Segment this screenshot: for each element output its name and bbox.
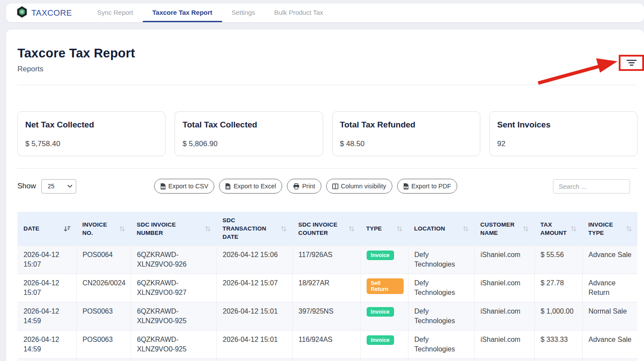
sort-icon[interactable] [119,226,125,232]
button-label: Print [302,183,315,190]
svg-text:csv: csv [162,187,165,188]
annotation-highlight-box [619,55,644,71]
nav-tabs: Sync ReportTaxcore Tax ReportSettingsBul… [88,3,333,22]
cell-date: 2026-04-12 15:07 [17,246,76,274]
button-label: Export to CSV [169,183,209,190]
column-label: INVOICE TYPE [588,221,623,237]
print-button[interactable]: Print [287,179,321,194]
divider [17,168,637,169]
table-row-partial [17,359,637,361]
cell-invoice-type: Normal Sale [582,302,637,331]
column-visibility-button[interactable]: Column visibility [326,179,392,194]
summary-card-sent-invoices: Sent Invoices92 [489,111,637,156]
cell-invoice-type: Advance Sale [582,246,637,274]
column-header-date[interactable]: DATE [17,212,76,246]
brand-logo[interactable]: TAXCORE [17,3,72,22]
button-label: Export to PDF [411,183,451,190]
column-header-location[interactable]: LOCATION [408,212,474,246]
cell-empty [582,359,637,361]
cell-tax-amount: $ 1,000.00 [534,302,582,331]
sort-desc-icon[interactable] [64,226,71,232]
cell-location: Defy Technologies [408,302,474,331]
cell-empty [474,359,534,361]
cell-type: Invoice [360,331,408,359]
column-header-tax-amount[interactable]: TAX AMOUNT [534,212,582,246]
tab-settings[interactable]: Settings [222,3,265,22]
column-header-sdc-invoice-number[interactable]: SDC INVOICE NUMBER [131,212,216,246]
export-to-excel-button[interactable]: xExport to Excel [219,179,282,194]
cell-type: Sell Return [360,274,408,302]
column-label: SDC INVOICE NUMBER [137,221,202,237]
show-label: Show [17,182,36,191]
cell-empty [534,359,582,361]
cell-sdc-invoice-counter: 117/926AS [292,246,360,274]
column-header-invoice-type[interactable]: INVOICE TYPE [582,212,637,246]
column-header-sdc-invoice-counter[interactable]: SDC INVOICE COUNTER [292,212,360,246]
card-value: $ 5,758.40 [25,140,158,148]
file-pdf-icon: pdf [403,183,409,190]
column-label: TYPE [366,224,382,233]
page-size-select[interactable]: 25 [41,179,76,194]
cell-customer-name: iShaniel.com [474,331,534,359]
sort-icon[interactable] [205,226,211,232]
tax-report-table: DATEINVOICE NO.SDC INVOICE NUMBERSDC TRA… [17,212,637,361]
column-header-sdc-transaction-date[interactable]: SDC TRANSACTION DATE [216,212,292,246]
filter-lines-icon [626,61,637,68]
cell-sdc-invoice-counter: 18/927AR [292,274,360,302]
tab-sync-report[interactable]: Sync Report [88,3,143,22]
cell-location: Defy Technologies [408,274,474,302]
cell-empty [408,359,474,361]
card-value: $ 5,806.90 [182,140,315,148]
cell-customer-name: iShaniel.com [474,274,534,302]
cell-customer-name: iShaniel.com [474,302,534,331]
divider [17,85,637,85]
svg-text:pdf: pdf [405,187,408,188]
cell-empty [76,359,131,361]
cell-invoice-no: CN2026/0024 [76,274,131,302]
cell-customer-name: iShaniel.com [474,246,534,274]
search-input[interactable] [553,179,630,194]
column-header-customer-name[interactable]: CUSTOMER NAME [474,212,534,246]
column-header-invoice-no[interactable]: INVOICE NO. [76,212,131,246]
file-excel-icon: x [225,183,231,190]
type-badge: Sell Return [367,278,404,294]
card-title: Total Tax Collected [182,120,315,130]
cell-tax-amount: $ 55.56 [534,246,582,274]
cell-sdc-invoice-counter: 397/925NS [292,302,360,331]
type-badge: Invoice [367,335,394,345]
cell-date: 2026-04-12 15:07 [17,274,76,302]
brand-name: TAXCORE [31,8,72,18]
button-label: Column visibility [341,183,386,190]
cell-empty [17,359,76,361]
export-to-pdf-button[interactable]: pdfExport to PDF [397,179,457,194]
top-navbar: TAXCORE Sync ReportTaxcore Tax ReportSet… [6,3,644,22]
summary-cards: Net Tax Collected$ 5,758.40Total Tax Col… [17,111,637,156]
sort-icon[interactable] [280,226,287,232]
cell-empty [131,359,216,361]
sort-icon[interactable] [626,226,632,232]
card-value: $ 48.50 [340,140,472,148]
sort-icon[interactable] [523,226,529,232]
filter-button[interactable] [624,58,639,67]
cell-invoice-no: POS0063 [76,302,131,331]
main-content-card: Taxcore Tax Report Reports Net Tax Colle… [6,30,644,361]
sort-icon[interactable] [396,226,403,232]
page-subtitle: Reports [17,65,637,74]
export-to-csv-button[interactable]: csvExport to CSV [154,179,215,194]
cell-sdc-invoice-number: 6QZKRAWD-XLNZ9VO0-927 [131,274,216,302]
cell-empty [292,359,360,361]
cell-sdc-invoice-number: 6QZKRAWD-XLNZ9VO0-925 [131,302,216,331]
tab-taxcore-tax-report[interactable]: Taxcore Tax Report [143,3,222,22]
card-title: Net Tax Collected [25,120,158,130]
cell-sdc-transaction-date: 2026-04-12 15:07 [216,274,292,302]
summary-card-net-tax-collected: Net Tax Collected$ 5,758.40 [17,111,165,156]
sort-icon[interactable] [348,226,355,232]
column-label: SDC TRANSACTION DATE [223,216,278,241]
sort-icon[interactable] [570,226,577,232]
tab-bulk-product-tax[interactable]: Bulk Product Tax [265,3,333,22]
cell-invoice-type: Advance Return [582,274,637,302]
cell-sdc-invoice-number: 6QZKRAWD-XLNZ9VO0-926 [131,246,216,274]
column-header-type[interactable]: TYPE [360,212,408,246]
sort-icon[interactable] [462,226,469,232]
card-title: Total Tax Refunded [340,120,472,130]
